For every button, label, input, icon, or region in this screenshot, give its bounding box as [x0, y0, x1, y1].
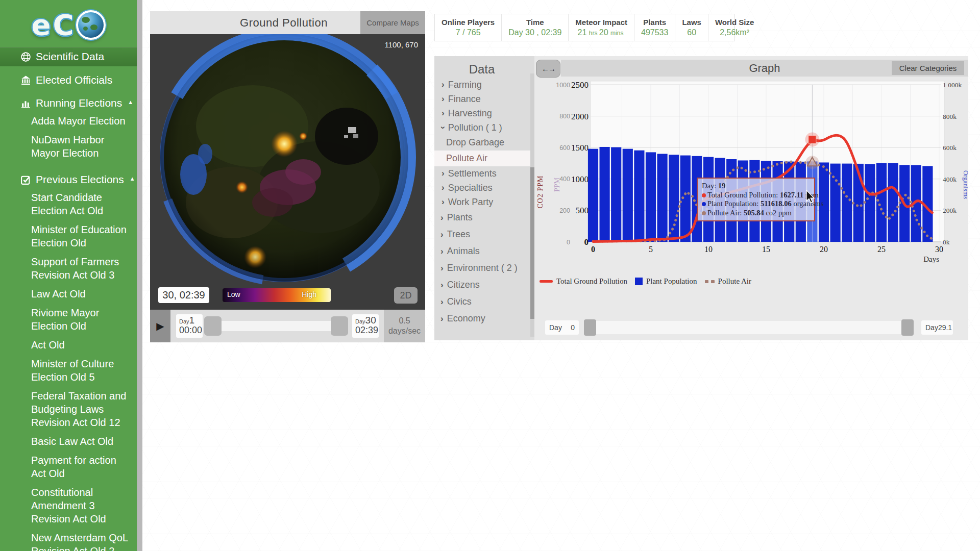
data-item-label: Civics — [447, 296, 472, 307]
data-item-label: Environment ( 2 ) — [447, 263, 518, 273]
sidebar-subitem[interactable]: NuDawn Harbor Mayor Election — [31, 133, 130, 160]
range-handle-left[interactable] — [584, 319, 596, 336]
sidebar-subitem[interactable]: Minister of Education Election Old — [31, 223, 130, 249]
sidebar-subitem[interactable]: Minister of Culture Election Old 5 — [31, 357, 130, 384]
playback-track[interactable] — [207, 321, 345, 331]
playback-handle-left[interactable] — [204, 316, 222, 336]
range-track[interactable] — [584, 321, 914, 334]
svg-text:1500: 1500 — [571, 143, 589, 153]
bar-day-25 — [876, 163, 887, 242]
data-item-trees[interactable]: ›Trees — [434, 226, 530, 243]
sidebar-item-running-elections[interactable]: Running Elections▲ — [0, 94, 137, 112]
data-scrollbar[interactable] — [530, 73, 534, 337]
chevron-right-icon: › — [440, 280, 444, 290]
svg-text:400k: 400k — [943, 176, 957, 183]
data-item-economy[interactable]: ›Economy — [434, 310, 530, 327]
stat-label: Time — [526, 18, 544, 27]
chevron-right-icon: › — [440, 297, 444, 307]
data-panel: Data ›Farming›Finance›Harvesting›Polluti… — [434, 56, 534, 340]
bank-icon — [20, 75, 31, 86]
tooltip-bullet — [702, 193, 706, 197]
svg-text:1000: 1000 — [571, 174, 589, 184]
data-item-pollution-1-[interactable]: ›Pollution ( 1 ) — [434, 120, 530, 135]
chart-legend: Total Ground PollutionPlant PopulationPo… — [540, 277, 751, 286]
sidebar-subitem[interactable]: Support of Farmers Revision Act Old 3 — [31, 255, 130, 282]
chevron-right-icon: › — [440, 314, 444, 324]
sidebar-subitem[interactable]: Start Candidate Election Act Old — [31, 191, 130, 217]
sidebar-subitem[interactable]: Act Old — [31, 338, 130, 352]
sidebar-item-previous-elections[interactable]: Previous Elections▲ — [0, 170, 137, 189]
eco-logo: e C — [0, 7, 137, 43]
data-item-environment-2-[interactable]: ›Environment ( 2 ) — [434, 260, 530, 277]
playback-handle-right[interactable] — [331, 316, 348, 336]
ground-pollution-panel: Ground Pollution Compare Maps — [150, 11, 425, 342]
graph-range-slider: Day0 Day29.1 — [534, 319, 968, 338]
legend-item-total-ground-pollution[interactable]: Total Ground Pollution — [540, 277, 627, 286]
bar-day-0 — [588, 149, 598, 242]
data-item-label: Pollute Air — [446, 153, 487, 164]
svg-text:Organisms: Organisms — [962, 170, 968, 199]
bar-day-4 — [634, 151, 644, 242]
data-item-civics[interactable]: ›Civics — [434, 293, 530, 310]
map-2d-button[interactable]: 2D — [394, 287, 418, 304]
legend-dots-swatch — [705, 280, 715, 283]
legend-item-plant-population[interactable]: Plant Population — [635, 277, 697, 286]
stat-laws: Laws60 — [675, 14, 708, 41]
data-item-settlements[interactable]: ›Settlements — [434, 166, 530, 181]
collapse-arrow-icon[interactable]: ▲ — [130, 176, 135, 182]
chevron-right-icon: › — [442, 197, 445, 207]
data-item-citizens[interactable]: ›Citizens — [434, 277, 530, 293]
data-item-farming[interactable]: ›Farming — [434, 78, 530, 92]
legend-square-swatch — [635, 278, 643, 285]
compare-maps-button[interactable]: Compare Maps — [360, 11, 425, 34]
legend-item-pollute-air[interactable]: Pollute Air — [705, 277, 751, 286]
collapse-arrow-icon[interactable]: ▲ — [128, 99, 133, 105]
chevron-right-icon: › — [440, 213, 444, 223]
stat-value: 21 hrs 20 mins — [578, 28, 625, 37]
chevron-right-icon: › — [442, 80, 445, 90]
data-scrollbar-thumb[interactable] — [530, 167, 534, 319]
tooltip-day-value: 19 — [718, 182, 726, 191]
data-item-label: Specialties — [448, 183, 493, 193]
sidebar-item-scientific-data[interactable]: Scientific Data — [0, 47, 137, 66]
chevron-right-icon: › — [440, 230, 444, 240]
svg-text:600k: 600k — [943, 144, 957, 152]
playback-speed: 0.5 days/sec — [384, 310, 425, 342]
stat-world-size: World Size2,56km² — [708, 14, 761, 41]
svg-text:0: 0 — [584, 237, 589, 247]
globe-icon — [20, 52, 31, 62]
data-item-label: Farming — [448, 80, 482, 90]
sidebar-scrollbar[interactable] — [137, 0, 142, 551]
data-item-pollute-air[interactable]: Pollute Air — [434, 151, 530, 166]
sidebar-subitem[interactable]: Law Act Old — [31, 287, 130, 300]
data-item-specialties[interactable]: ›Specialties — [434, 181, 530, 195]
data-item-work-party[interactable]: ›Work Party — [434, 195, 530, 209]
legend-label: Pollute Air — [718, 277, 751, 286]
range-handle-right[interactable] — [901, 319, 914, 336]
sidebar-subitem[interactable]: Adda Mayor Election — [31, 114, 130, 128]
logo-globe-icon — [76, 10, 106, 40]
play-button[interactable]: ▶ — [150, 310, 170, 342]
data-item-animals[interactable]: ›Animals — [434, 243, 530, 260]
sidebar-sublist: Adda Mayor ElectionNuDawn Harbor Mayor E… — [0, 112, 137, 170]
sidebar-item-label: Previous Elections — [36, 173, 124, 186]
sidebar-subitem[interactable]: Payment for action Act Old — [31, 454, 130, 480]
data-item-harvesting[interactable]: ›Harvesting — [434, 106, 530, 120]
data-item-finance[interactable]: ›Finance — [434, 92, 530, 106]
sidebar-subitem[interactable]: Riviome Mayor Election Old — [31, 306, 130, 333]
logo-letter-e: e — [31, 11, 51, 39]
bar-day-1 — [600, 147, 610, 242]
svg-text:25: 25 — [877, 245, 886, 254]
data-item-plants[interactable]: ›Plants — [434, 209, 530, 226]
sidebar: e C Scientific DataElected OfficialsRunn… — [0, 0, 137, 551]
world-map[interactable]: 1100, 670 30, 02:39 Low High 2D — [150, 34, 425, 310]
data-item-drop-garbage[interactable]: Drop Garbage — [434, 135, 530, 151]
sidebar-subitem[interactable]: New Amsterdam QoL Revision Act Old 2 — [31, 531, 130, 551]
map-title: Ground Pollution — [150, 11, 360, 34]
sidebar-item-elected-officials[interactable]: Elected Officials — [0, 71, 137, 89]
sidebar-subitem[interactable]: Basic Law Act Old — [31, 435, 130, 448]
sidebar-subitem[interactable]: Federal Taxation and Budgeting Laws Revi… — [31, 389, 130, 429]
svg-text:2500: 2500 — [571, 80, 589, 90]
sidebar-subitem[interactable]: Constitutional Amendment 3 Revision Act … — [31, 486, 130, 525]
stat-label: Meteor Impact — [575, 18, 627, 27]
